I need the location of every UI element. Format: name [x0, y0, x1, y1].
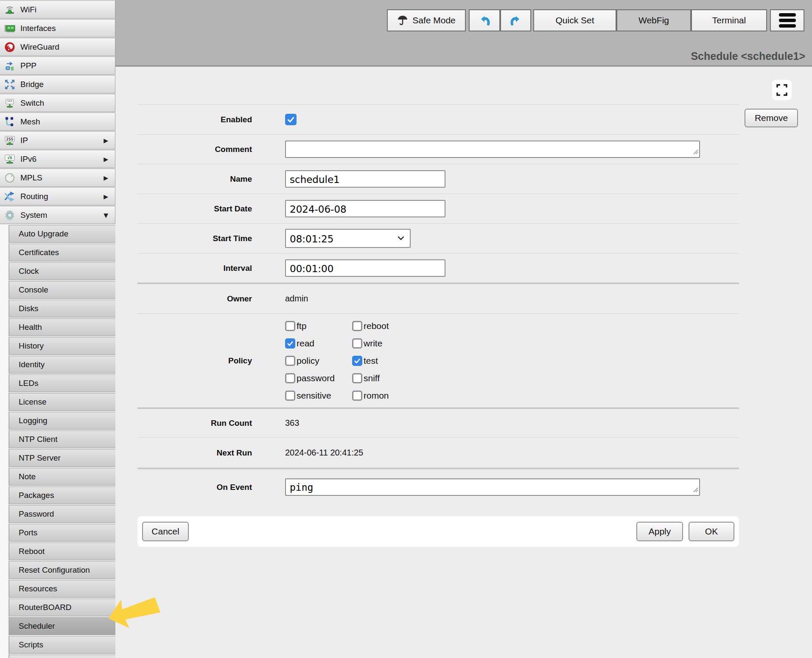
sidebar-item-mesh[interactable]: Mesh: [0, 112, 115, 131]
redo-button[interactable]: [500, 9, 531, 31]
sidebar-item-ipv6[interactable]: √6IPv6▶: [0, 150, 115, 168]
enabled-label: Enabled: [137, 115, 252, 124]
mesh-icon: [3, 115, 16, 128]
on-event-label: On Event: [137, 483, 252, 492]
sidebar-item-ppp[interactable]: PPP: [0, 56, 115, 75]
submenu-item-ntp-client[interactable]: NTP Client: [9, 430, 115, 448]
sidebar-item-ip[interactable]: 255IP▶: [0, 131, 115, 149]
on-event-input[interactable]: ping: [285, 478, 700, 496]
svg-text:255: 255: [6, 137, 13, 141]
interval-input[interactable]: [285, 259, 445, 277]
sidebar-item-bridge[interactable]: Bridge: [0, 75, 115, 93]
policy-checkbox-reboot[interactable]: [352, 321, 362, 331]
sidebar-item-switch[interactable]: Switch: [0, 94, 115, 112]
submenu-item-auto-upgrade[interactable]: Auto Upgrade: [9, 225, 115, 243]
sidebar-item-label: PPP: [20, 61, 36, 70]
submenu-item-identity[interactable]: Identity: [9, 356, 115, 374]
sidebar-item-system[interactable]: System▼: [0, 206, 115, 224]
switch-icon: [3, 97, 16, 110]
run-count-row: Run Count 363: [137, 408, 739, 437]
sidebar-item-label: WireGuard: [20, 42, 59, 52]
comment-input[interactable]: [285, 141, 700, 158]
sidebar-item-routing[interactable]: Routing▶: [0, 187, 115, 205]
chevron-collapsed-icon: ▶: [104, 193, 108, 200]
submenu-item-disks[interactable]: Disks: [9, 300, 115, 318]
terminal-label: Terminal: [712, 15, 746, 25]
submenu-item-ntp-server[interactable]: NTP Server: [9, 449, 115, 467]
policy-checkbox-sensitive[interactable]: [285, 391, 295, 401]
submenu-item-history[interactable]: History: [9, 337, 115, 355]
submenu-item-note[interactable]: Note: [9, 468, 115, 486]
safe-mode-button[interactable]: Safe Mode: [387, 9, 466, 31]
policy-checkbox-password[interactable]: [285, 373, 295, 383]
wifi-icon: [3, 3, 16, 16]
action-bar: Cancel Apply OK: [137, 516, 739, 547]
sidebar-item-mpls[interactable]: MPLS▶: [0, 169, 115, 187]
schedule-form: Enabled Comment Name Start Date Start Ti…: [137, 104, 739, 547]
submenu-item-clock[interactable]: Clock: [9, 262, 115, 280]
submenu-item-certificates[interactable]: Certificates: [9, 244, 115, 262]
apply-button[interactable]: Apply: [636, 522, 683, 541]
fullscreen-button[interactable]: [772, 80, 792, 100]
ok-button[interactable]: OK: [689, 522, 734, 541]
submenu-item-shutdown[interactable]: Shutdown: [9, 655, 115, 658]
submenu-item-reboot[interactable]: Reboot: [9, 543, 115, 560]
start-date-row: Start Date: [137, 194, 739, 223]
policy-checkbox-romon[interactable]: [352, 391, 362, 401]
next-run-label: Next Run: [137, 448, 252, 458]
policy-checkbox-read[interactable]: [285, 338, 295, 349]
submenu-item-scripts[interactable]: Scripts: [9, 636, 115, 654]
tab-webfig[interactable]: WebFig: [616, 9, 691, 31]
start-time-select[interactable]: 08:01:25: [285, 229, 411, 248]
submenu-item-console[interactable]: Console: [9, 281, 115, 299]
quick-set-label: Quick Set: [555, 15, 594, 25]
policy-item-write: write: [352, 338, 389, 349]
submenu-item-password[interactable]: Password: [9, 505, 115, 523]
fullscreen-icon: [776, 84, 787, 96]
submenu-item-scheduler[interactable]: Scheduler: [9, 617, 115, 635]
submenu-item-logging[interactable]: Logging: [9, 412, 115, 430]
enabled-checkbox[interactable]: [285, 114, 297, 125]
tab-terminal[interactable]: Terminal: [691, 9, 767, 31]
policy-checkbox-write[interactable]: [352, 338, 362, 349]
policy-checkbox-sniff[interactable]: [352, 373, 362, 383]
page-title: Schedule <schedule1>: [691, 50, 805, 62]
ipv6-icon: √6: [3, 153, 16, 166]
comment-label: Comment: [137, 145, 252, 154]
sidebar-item-label: Mesh: [20, 117, 40, 127]
cancel-button[interactable]: Cancel: [142, 522, 189, 541]
undo-button[interactable]: [469, 9, 500, 31]
next-run-row: Next Run 2024-06-11 20:41:25: [137, 437, 739, 468]
policy-checkbox-ftp[interactable]: [285, 321, 295, 331]
sidebar-item-wireguard[interactable]: WireGuard: [0, 38, 115, 56]
submenu-item-resources[interactable]: Resources: [9, 580, 115, 598]
policy-checkbox-label: reboot: [364, 321, 389, 331]
ip-icon: 255: [3, 134, 16, 147]
sidebar-item-interfaces[interactable]: Interfaces: [0, 19, 115, 37]
remove-button[interactable]: Remove: [745, 109, 798, 127]
policy-checkbox-test[interactable]: [352, 356, 362, 366]
safe-mode-label: Safe Mode: [412, 15, 456, 25]
undo-icon: [477, 13, 492, 28]
policy-checkbox-policy[interactable]: [285, 356, 295, 366]
submenu-item-routerboard[interactable]: RouterBOARD: [9, 599, 115, 616]
policy-item-romon: romon: [352, 391, 389, 401]
bridge-icon: [3, 78, 16, 91]
submenu-item-ports[interactable]: Ports: [9, 524, 115, 542]
start-date-input[interactable]: [285, 200, 445, 217]
interfaces-icon: [3, 22, 16, 35]
policy-item-policy: policy: [285, 356, 352, 366]
name-input[interactable]: [285, 170, 445, 188]
run-count-value: 363: [285, 418, 299, 428]
sidebar-item-label: System: [20, 211, 47, 220]
tab-quick-set[interactable]: Quick Set: [533, 9, 616, 31]
policy-checkbox-label: sniff: [364, 373, 380, 383]
sidebar-item-label: IP: [20, 136, 28, 145]
submenu-item-packages[interactable]: Packages: [9, 486, 115, 504]
sidebar-item-wifi[interactable]: WiFi: [0, 0, 115, 19]
menu-button[interactable]: [770, 9, 804, 31]
submenu-item-leds[interactable]: LEDs: [9, 374, 115, 392]
submenu-item-health[interactable]: Health: [9, 318, 115, 336]
submenu-item-reset-configuration[interactable]: Reset Configuration: [9, 561, 115, 579]
submenu-item-license[interactable]: License: [9, 393, 115, 411]
